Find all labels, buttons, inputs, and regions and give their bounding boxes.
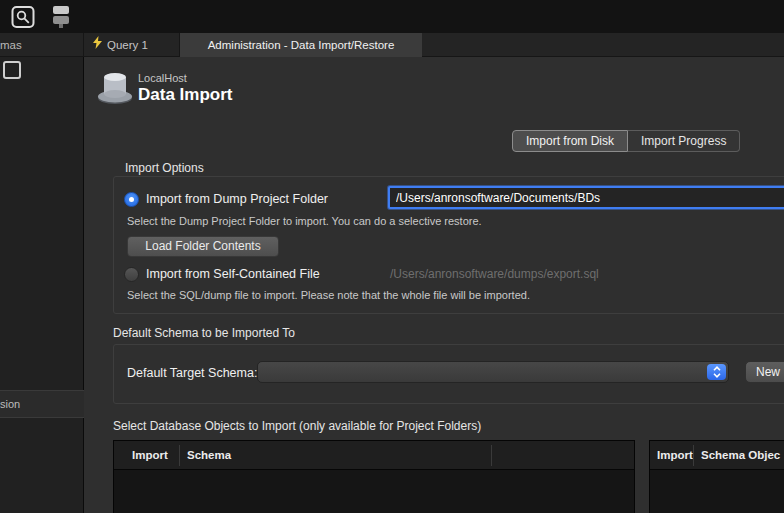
tab-schemas-partial[interactable]: mas bbox=[0, 33, 84, 57]
connection-name: LocalHost bbox=[138, 72, 187, 84]
tab-query-1[interactable]: Query 1 bbox=[84, 33, 180, 57]
column-divider bbox=[491, 445, 492, 466]
tab-administration[interactable]: Administration - Data Import/Restore bbox=[180, 33, 422, 57]
sidebar-section-session[interactable]: sion bbox=[0, 390, 84, 418]
file-import-help-text: Select the SQL/dump file to import. Plea… bbox=[127, 289, 530, 301]
mysql-workbench-window: mas Query 1 Administration - Data Import… bbox=[0, 0, 784, 513]
sidebar-panel-icon[interactable] bbox=[3, 61, 21, 79]
window-toolbar bbox=[0, 0, 784, 33]
query-search-icon[interactable] bbox=[10, 4, 36, 30]
import-options-title: Import Options bbox=[125, 161, 204, 175]
dump-folder-radio[interactable] bbox=[124, 192, 139, 207]
load-folder-contents-button[interactable]: Load Folder Contents bbox=[127, 236, 279, 257]
dump-folder-help-text: Select the Dump Project Folder to import… bbox=[127, 215, 482, 227]
default-target-schema-label: Default Target Schema: bbox=[127, 366, 257, 380]
schemas-table-header: Import Schema bbox=[114, 441, 634, 470]
schemas-table[interactable]: Import Schema bbox=[113, 440, 635, 513]
schemas-schema-column-header[interactable]: Schema bbox=[187, 441, 231, 470]
column-divider bbox=[693, 445, 694, 466]
default-target-schema-dropdown[interactable] bbox=[257, 361, 729, 383]
import-from-disk-button[interactable]: Import from Disk bbox=[512, 130, 628, 152]
objects-schema-object-column-header[interactable]: Schema Objec bbox=[701, 441, 780, 470]
database-server-icon[interactable] bbox=[48, 4, 74, 30]
schemas-import-column-header[interactable]: Import bbox=[132, 441, 168, 470]
dump-folder-path-input[interactable] bbox=[388, 186, 784, 209]
dropdown-stepper-icon bbox=[707, 364, 726, 380]
import-progress-button[interactable]: Import Progress bbox=[628, 130, 740, 152]
column-divider bbox=[179, 445, 180, 466]
self-contained-file-path: /Users/anronsoftware/dumps/export.sql bbox=[390, 267, 599, 281]
data-import-icon bbox=[96, 68, 134, 106]
default-schema-section-title: Default Schema to be Imported To bbox=[113, 326, 295, 340]
lightning-icon bbox=[93, 33, 102, 57]
tab-bar: mas Query 1 Administration - Data Import… bbox=[0, 33, 784, 57]
sidebar bbox=[0, 57, 84, 513]
schema-objects-table-header: Import Schema Objec bbox=[650, 441, 784, 470]
tab-query-label: Query 1 bbox=[107, 33, 148, 57]
new-schema-button[interactable]: New bbox=[745, 361, 784, 383]
dump-folder-radio-label[interactable]: Import from Dump Project Folder bbox=[146, 192, 328, 206]
self-contained-file-radio-label[interactable]: Import from Self-Contained File bbox=[146, 267, 320, 281]
view-toggle: Import from Disk Import Progress bbox=[512, 130, 740, 152]
page-title: Data Import bbox=[138, 85, 232, 105]
schema-objects-table[interactable]: Import Schema Objec bbox=[649, 440, 784, 513]
objects-import-column-header[interactable]: Import bbox=[657, 441, 693, 470]
objects-section-title: Select Database Objects to Import (only … bbox=[113, 419, 481, 433]
self-contained-file-radio[interactable] bbox=[124, 267, 139, 282]
